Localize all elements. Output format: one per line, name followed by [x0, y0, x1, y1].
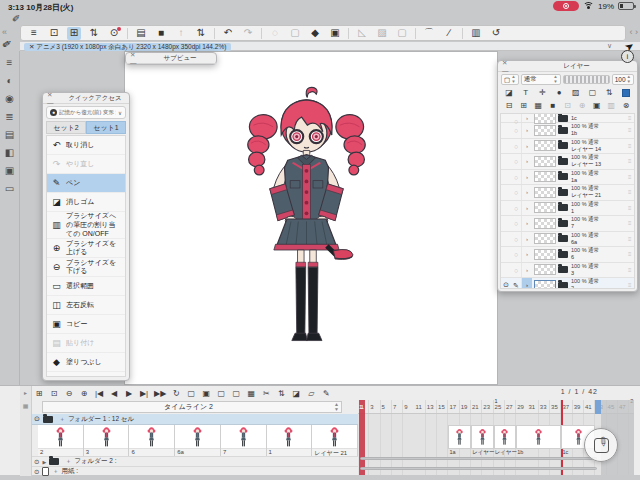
- cel-stepper-icon[interactable]: ⇅: [276, 388, 286, 400]
- blend-mode-select[interactable]: 通常 ▲▼: [521, 74, 561, 85]
- expand-arrow-icon[interactable]: ›: [522, 267, 532, 273]
- expand-arrow-icon[interactable]: ›: [522, 251, 532, 257]
- layer-thumbnail[interactable]: [534, 202, 556, 213]
- track-folder1-header[interactable]: ⊙ ＋ フォルダー 1 : 12 セル: [32, 414, 358, 425]
- row-handle-icon[interactable]: ≡: [628, 189, 634, 195]
- expand-arrow-icon[interactable]: ›: [522, 220, 532, 226]
- prev-frame-icon[interactable]: ◀: [109, 388, 119, 400]
- layer-row[interactable]: ○›100 % 通常3≡: [501, 263, 634, 279]
- palette-color-icon[interactable]: [620, 87, 632, 98]
- expand-arrow-icon[interactable]: ›: [522, 127, 532, 133]
- expand-arrow-icon[interactable]: ›: [522, 278, 532, 289]
- layer-row[interactable]: ○›1c≡: [501, 114, 634, 123]
- row-handle-icon[interactable]: ≡: [628, 115, 634, 121]
- cel-thumbnail-cell[interactable]: 3: [84, 425, 130, 456]
- layer-row[interactable]: ⊙✎›100 % 通常2≡: [501, 278, 634, 289]
- quick-access-item[interactable]: ◪消しゴム: [47, 193, 125, 212]
- export-icon[interactable]: ↑: [174, 27, 188, 40]
- undo-icon[interactable]: ↶: [221, 27, 235, 40]
- expand-arrow-icon[interactable]: ›: [522, 174, 532, 180]
- quick-access-close-icon[interactable]: ✕ ―: [47, 91, 65, 106]
- anchor-icon[interactable]: ✛: [536, 87, 548, 98]
- new-folder-icon[interactable]: ■: [547, 100, 559, 111]
- cel-thumbnail-cell[interactable]: 1: [267, 425, 313, 456]
- fill-tool-icon[interactable]: ◧: [3, 146, 16, 159]
- first-frame-icon[interactable]: |◀: [94, 388, 104, 400]
- navigator-icon[interactable]: ▣: [3, 164, 16, 177]
- check-circle-icon[interactable]: ○: [511, 263, 522, 278]
- quick-access-item[interactable]: ▣コピー: [47, 315, 125, 334]
- zoom-out-icon[interactable]: ⊖: [64, 388, 74, 400]
- row-handle-icon[interactable]: ≡: [628, 143, 634, 149]
- deselect-icon[interactable]: ◌: [268, 27, 282, 40]
- tab-chevron-icon[interactable]: ∨: [607, 42, 612, 50]
- row-handle-icon[interactable]: ≡: [628, 205, 634, 211]
- document-tab[interactable]: ✕ アニメ3 (1920 x 1080px 余白あり 2320 x 1480px…: [24, 43, 231, 51]
- row-handle-icon[interactable]: ≡: [628, 174, 634, 180]
- quick-access-item[interactable]: ↷やり直し: [47, 155, 125, 174]
- row-handle-icon[interactable]: ≡: [628, 158, 634, 164]
- check-circle-icon[interactable]: ○: [511, 247, 522, 262]
- quick-access-item[interactable]: ▥ブラシサイズへの筆圧の割り当ての ON/OFF: [47, 212, 125, 239]
- quick-access-item[interactable]: ▤貼り付け: [47, 334, 125, 353]
- layer-thumbnail[interactable]: [534, 113, 556, 124]
- expand-arrow-icon[interactable]: ›: [522, 115, 532, 121]
- collapse-arrow-icon[interactable]: ▶: [42, 459, 46, 465]
- eye-icon[interactable]: ⊙: [34, 458, 39, 466]
- check-circle-icon[interactable]: ○: [511, 201, 522, 216]
- expand-icon[interactable]: ＋: [52, 467, 58, 476]
- row-handle-icon[interactable]: ≡: [628, 267, 634, 273]
- expand-arrow-icon[interactable]: ›: [522, 205, 532, 211]
- row-handle-icon[interactable]: ≡: [628, 282, 634, 288]
- layer-row[interactable]: ○›100 % 通常レイヤー 13≡: [501, 154, 634, 170]
- next-frame-icon[interactable]: ▶|: [139, 388, 149, 400]
- gradient-icon[interactable]: ◺: [355, 27, 369, 40]
- check-circle-icon[interactable]: ○: [511, 123, 522, 138]
- quick-access-item[interactable]: ⊕ブラシサイズを上げる: [47, 239, 125, 258]
- mask-icon[interactable]: ▣: [591, 100, 603, 111]
- last-frame-icon[interactable]: ▶▶: [154, 388, 166, 400]
- select-area-icon[interactable]: ▢: [288, 27, 302, 40]
- toolbar-overflow-icon[interactable]: ‹ ›: [630, 27, 639, 37]
- layer-thumbnail[interactable]: [534, 264, 556, 275]
- page-stepper-icon[interactable]: ⇅: [194, 27, 208, 40]
- camera-icon[interactable]: ▦: [246, 388, 256, 400]
- end-frame-marker[interactable]: [595, 400, 601, 414]
- frame-ruler[interactable]: 1357911131517192123252729313335373941434…: [358, 400, 634, 414]
- row-handle-icon[interactable]: ≡: [628, 251, 634, 257]
- subtool-list-icon[interactable]: ≣: [3, 110, 16, 123]
- blank-icon[interactable]: ▢: [395, 27, 409, 40]
- check-circle-icon[interactable]: ○: [511, 185, 522, 200]
- layers-close-icon[interactable]: ✕ ―: [502, 59, 520, 74]
- text-icon[interactable]: T: [520, 87, 532, 98]
- quick-access-item[interactable]: ✎ペン: [47, 174, 125, 193]
- lightbox-icon[interactable]: ▥: [605, 100, 617, 111]
- eye-icon[interactable]: ⊙: [501, 281, 511, 289]
- track-paper-header[interactable]: ⊙ ＋ 用紙 :: [32, 466, 358, 476]
- pattern-icon[interactable]: ▨: [375, 27, 389, 40]
- layer-thumbnail[interactable]: [534, 218, 556, 229]
- cel-thumbnail-cell[interactable]: 7: [221, 425, 267, 456]
- layer-row[interactable]: ○›100 % 通常1a≡: [501, 170, 634, 186]
- parallelogram-icon[interactable]: ▱: [306, 388, 316, 400]
- quick-access-item[interactable]: ◺定規: [47, 372, 125, 377]
- eye-icon[interactable]: ⊙: [34, 415, 40, 423]
- cel-frame-block[interactable]: [494, 425, 517, 449]
- expand-arrow-icon[interactable]: ›: [522, 158, 532, 164]
- canvas-window-icon[interactable]: ⊡: [47, 27, 61, 40]
- quick-access-item[interactable]: ◆塗りつぶし: [47, 353, 125, 372]
- color-wheel-icon[interactable]: ◐: [3, 74, 16, 87]
- open-folder-icon[interactable]: ■: [154, 27, 168, 40]
- pencil-cel-icon[interactable]: ✎: [321, 388, 331, 400]
- expand-arrow-icon[interactable]: ›: [522, 189, 532, 195]
- timeline-icon[interactable]: ▥: [469, 27, 483, 40]
- cel-thumbnail-cell[interactable]: 6: [129, 425, 175, 456]
- timeline-settings-icon[interactable]: ⊡: [49, 388, 59, 400]
- redo-icon[interactable]: ↷: [241, 27, 255, 40]
- floating-edit-button[interactable]: ✎: [584, 428, 618, 462]
- subview-panel[interactable]: ✕ ― サブビュー: [125, 52, 217, 65]
- layer-row[interactable]: ○›100 % 通常6≡: [501, 247, 634, 263]
- expand-icon[interactable]: ＋: [59, 415, 65, 424]
- cel-frame-block[interactable]: [448, 425, 471, 449]
- layer-thumbnail[interactable]: [534, 280, 556, 289]
